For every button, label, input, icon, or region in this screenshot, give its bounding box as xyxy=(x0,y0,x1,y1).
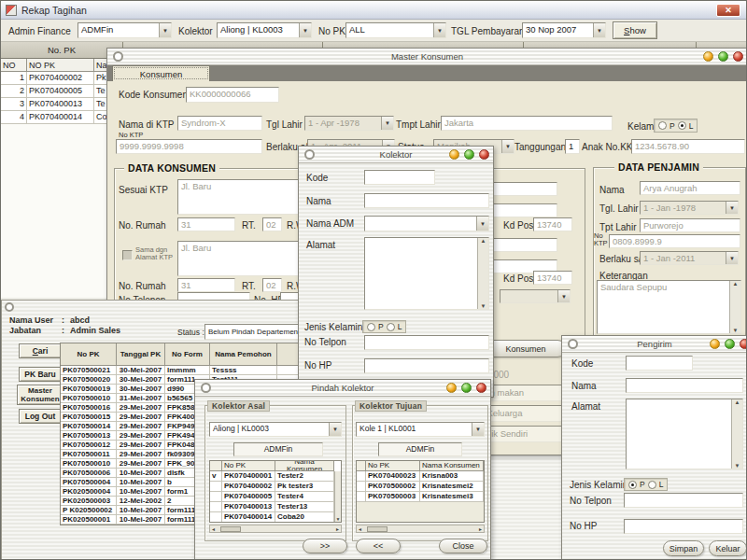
pk-baru-button[interactable]: PK Baru xyxy=(19,367,62,382)
log-out-button[interactable]: Log Out xyxy=(19,409,62,424)
pindah-kolektor-titlebar[interactable]: Pindah Kolektor xyxy=(195,380,490,397)
chevron-down-icon[interactable]: ▼ xyxy=(381,117,393,130)
tab-konsumen[interactable]: Konsumen xyxy=(112,65,210,81)
kolektor-tujuan-combo[interactable]: Kole 1 | KL0001▼ xyxy=(356,422,485,437)
table-row[interactable]: PK070500003Krisnatesmei3 xyxy=(357,492,484,502)
column-header[interactable]: No PK xyxy=(222,461,275,471)
close-light-icon[interactable] xyxy=(740,339,747,349)
kd-pos-field[interactable]: 13740 xyxy=(533,217,572,231)
chevron-down-icon[interactable]: ▼ xyxy=(159,23,171,37)
close-light-icon[interactable] xyxy=(479,149,489,160)
penjamin-tgl-lahir-combo[interactable]: 1 - Jan -1978▼ xyxy=(640,201,739,215)
no-ktp-field[interactable]: 9999.9999.9998 xyxy=(116,139,262,154)
column-header-no-pk[interactable]: No. PK xyxy=(1,42,123,59)
kode-field[interactable] xyxy=(626,356,693,371)
scrollbar[interactable]: ▲▼ xyxy=(477,238,488,309)
table-row[interactable]: PK070500002Krisnatesmei2 xyxy=(357,482,484,492)
column-header[interactable]: Nama Pemohon xyxy=(210,343,277,366)
admin-finance-combo[interactable]: ADMFin▼ xyxy=(78,22,172,38)
close-button[interactable]: Close xyxy=(439,539,487,553)
chevron-down-icon[interactable]: ▼ xyxy=(726,252,738,264)
keterangan-textarea[interactable]: Saudara Sepupu ▲▼ xyxy=(597,280,741,334)
radio-p[interactable] xyxy=(658,121,667,130)
penjamin-nama-field[interactable]: Arya Anugrah xyxy=(640,181,740,195)
alamat-textarea[interactable]: ▲▼ xyxy=(626,399,743,469)
table-row[interactable]: 3PK070400013Te xyxy=(1,98,123,111)
nama-ktp-field[interactable]: Syndrom-X xyxy=(177,116,262,131)
maximize-light-icon[interactable] xyxy=(725,339,735,349)
penjamin-berlaku-combo[interactable]: 1 - Jan -2011▼ xyxy=(640,251,739,265)
table-row[interactable]: PK070400014Coba20 xyxy=(210,512,341,523)
master-konsumen-titlebar[interactable]: Master Konsumen xyxy=(107,49,747,65)
scrollbar[interactable]: ◄► xyxy=(209,525,342,533)
chevron-down-icon[interactable]: ▼ xyxy=(299,23,311,37)
tgl-pembayaran-combo[interactable]: 30 Nop 2007▼ xyxy=(522,22,606,38)
nama-field[interactable] xyxy=(364,193,489,208)
table-row[interactable]: PK070400013Tester13 xyxy=(210,502,341,512)
nama-adm-combo[interactable]: ▼ xyxy=(364,216,489,231)
table-row[interactable]: PK070400005Tester4 xyxy=(210,492,341,502)
show-button[interactable]: Show xyxy=(613,21,657,39)
minimize-light-icon[interactable] xyxy=(446,383,457,393)
close-light-icon[interactable] xyxy=(733,51,743,62)
no-hp-field[interactable] xyxy=(624,519,743,534)
penjamin-tpt-lahir-field[interactable]: Purworejo xyxy=(640,218,740,232)
table-row[interactable]: vPK070400001Tester2 xyxy=(210,471,341,482)
master-konsumen-button[interactable]: Master Konsumen xyxy=(17,385,63,405)
simpan-button[interactable]: Simpan xyxy=(663,540,704,556)
maximize-light-icon[interactable] xyxy=(464,149,474,160)
column-header[interactable] xyxy=(357,461,366,471)
chevron-down-icon[interactable]: ▼ xyxy=(433,23,445,37)
column-header[interactable]: No PK xyxy=(61,343,117,366)
tanggungan-field[interactable]: 1 xyxy=(565,139,580,154)
no-telpon-field[interactable] xyxy=(624,493,743,508)
table-row[interactable]: 1PK070400002Pk xyxy=(1,72,123,85)
main-titlebar[interactable]: Rekap Tagihan ✕ xyxy=(1,1,747,20)
table-row[interactable]: PK070400002Pk tester3 xyxy=(210,482,341,492)
radio-l[interactable] xyxy=(387,323,395,331)
tmpt-lahir-field[interactable]: Jakarta xyxy=(441,116,613,131)
kode-field[interactable] xyxy=(364,170,435,185)
kolektor-titlebar[interactable]: Kolektor xyxy=(299,147,493,163)
table-row[interactable]: 4PK070400014Co xyxy=(1,111,123,124)
kd-pos-field[interactable]: 13740 xyxy=(533,271,572,285)
penjamin-no-ktp-field[interactable]: 0809.8999.9 xyxy=(609,234,740,248)
column-header[interactable]: No PK xyxy=(366,461,420,471)
close-button[interactable]: ✕ xyxy=(716,4,740,17)
table-row[interactable]: PK07050002130-Mei-2007lmmmmTessss xyxy=(61,366,325,375)
sama-dgn-checkbox[interactable] xyxy=(122,250,133,260)
scrollbar[interactable]: ▲▼ xyxy=(731,399,742,469)
kolektor-combo[interactable]: Aliong | KL0003▼ xyxy=(217,22,312,38)
minimize-light-icon[interactable] xyxy=(703,51,713,62)
anak-nokk-field[interactable]: 1234.5678.90 xyxy=(631,139,745,154)
radio-l[interactable] xyxy=(678,121,686,130)
rt-field[interactable]: 02 xyxy=(262,217,282,231)
no-hp-field[interactable] xyxy=(364,358,489,373)
scrollbar[interactable]: ◄► xyxy=(356,525,485,533)
scrollbar[interactable]: ▲▼ xyxy=(729,281,740,333)
no-telpon-field[interactable] xyxy=(364,335,489,350)
chevron-down-icon[interactable]: ▼ xyxy=(593,23,605,37)
mid-combo[interactable]: ▼ xyxy=(500,289,571,303)
status-field[interactable]: Belum Pindah Departemen xyxy=(204,324,310,340)
keluar-button[interactable]: Keluar xyxy=(709,540,747,556)
column-header[interactable]: No Form xyxy=(165,343,210,366)
scrollbar[interactable]: ▼ xyxy=(334,471,341,522)
pengirim-titlebar[interactable]: Pengirim xyxy=(562,336,747,353)
table-row[interactable]: PK070400023Krisna003 xyxy=(357,471,484,482)
move-right-button[interactable]: >> xyxy=(303,539,347,553)
chevron-down-icon[interactable]: ▼ xyxy=(726,202,738,214)
chevron-down-icon[interactable]: ▼ xyxy=(501,140,514,153)
no-pk-combo[interactable]: ALL▼ xyxy=(345,22,446,38)
minimize-light-icon[interactable] xyxy=(449,149,459,160)
kode-konsumen-field[interactable]: KK0000000066 xyxy=(186,87,279,103)
radio-p[interactable] xyxy=(628,481,637,489)
konsumen-button[interactable]: Konsumen xyxy=(486,340,566,357)
chevron-down-icon[interactable]: ▼ xyxy=(472,423,484,436)
table-row[interactable]: 2PK070400005Te xyxy=(1,85,123,98)
maximize-light-icon[interactable] xyxy=(718,51,728,62)
column-header[interactable]: Nama Konsumen xyxy=(275,461,334,471)
close-light-icon[interactable] xyxy=(476,383,486,393)
chevron-down-icon[interactable]: ▼ xyxy=(476,217,488,231)
chevron-down-icon[interactable]: ▼ xyxy=(557,290,570,302)
